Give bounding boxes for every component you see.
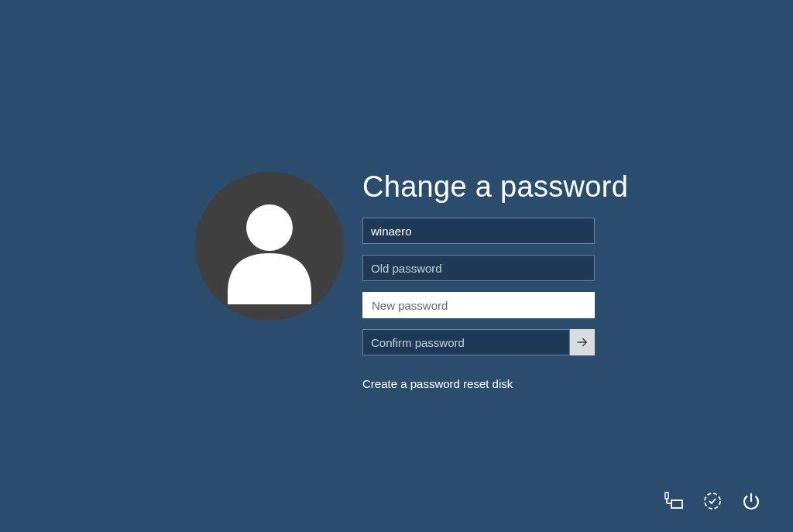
- new-password-field[interactable]: [362, 292, 595, 318]
- network-icon: [664, 491, 684, 511]
- svg-rect-2: [671, 500, 682, 508]
- ease-of-access-icon: [702, 491, 723, 511]
- change-password-panel: Change a password Create a password rese…: [195, 172, 628, 390]
- user-avatar: [195, 172, 344, 321]
- confirm-password-field[interactable]: [362, 329, 570, 355]
- ease-of-access-button[interactable]: [702, 490, 723, 512]
- power-icon: [741, 491, 761, 511]
- form-section: Change a password Create a password rese…: [362, 172, 628, 390]
- old-password-field[interactable]: [362, 255, 595, 281]
- user-avatar-icon: [211, 188, 328, 304]
- power-button[interactable]: [740, 490, 762, 512]
- submit-button[interactable]: [570, 329, 595, 355]
- system-tray: [663, 490, 762, 512]
- username-field[interactable]: [362, 218, 595, 244]
- network-button[interactable]: [663, 490, 685, 512]
- arrow-right-icon: [575, 335, 589, 349]
- svg-point-0: [246, 204, 293, 251]
- svg-rect-1: [665, 493, 668, 499]
- create-reset-disk-link[interactable]: Create a password reset disk: [362, 377, 628, 390]
- svg-point-5: [705, 493, 720, 509]
- page-title: Change a password: [362, 170, 628, 204]
